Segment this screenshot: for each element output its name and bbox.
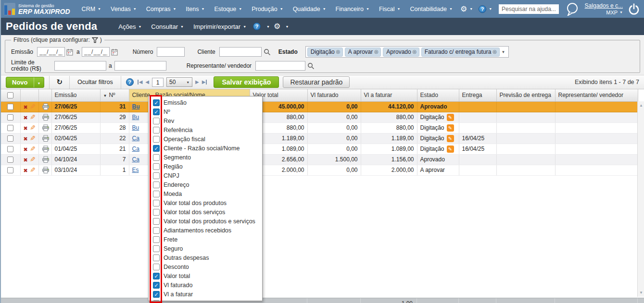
- column-menu-checkbox[interactable]: [153, 255, 160, 261]
- column-menu-item-valor-total-dos-produtos[interactable]: Valor total dos produtos: [149, 198, 262, 207]
- page-menu-acoes[interactable]: Ações: [114, 18, 146, 35]
- print-icon[interactable]: [42, 103, 49, 110]
- delete-icon[interactable]: [24, 146, 28, 152]
- column-menu-item-desconto[interactable]: Desconto: [149, 262, 262, 271]
- app-logo[interactable]: Sistema de gestão ERP MAXIPROD: [4, 3, 70, 15]
- nav-menu-qualidade[interactable]: Qualidade: [288, 0, 331, 18]
- column-menu-checkbox[interactable]: [153, 300, 160, 302]
- column-menu-item-emissao[interactable]: Emissão: [149, 98, 262, 107]
- column-menu-checkbox[interactable]: [153, 182, 160, 188]
- cliente-link[interactable]: Ca: [132, 135, 139, 142]
- refresh-icon[interactable]: [54, 78, 64, 86]
- column-menu-checkbox[interactable]: [153, 236, 160, 243]
- account-name[interactable]: Salgados e c...: [585, 2, 623, 9]
- column-menu-checkbox[interactable]: [153, 291, 160, 298]
- column-header-previsao-de-entrega[interactable]: Previsão de entrega: [496, 89, 555, 101]
- delete-icon[interactable]: [24, 157, 28, 163]
- limite-to-input[interactable]: [114, 61, 166, 71]
- cliente-link[interactable]: Ca: [132, 156, 139, 163]
- account-menu[interactable]: Salgados e c... MXP: [585, 2, 623, 16]
- edit-estado-icon[interactable]: [447, 135, 454, 142]
- print-icon[interactable]: [42, 124, 49, 132]
- delete-icon[interactable]: [24, 168, 28, 173]
- column-menu-item-moeda[interactable]: Moeda: [149, 189, 262, 198]
- column-menu-item-vl-a-faturar[interactable]: Vl a faturar: [149, 290, 262, 299]
- page-settings-icon[interactable]: [274, 23, 280, 30]
- limite-from-input[interactable]: [54, 61, 106, 71]
- next-page-icon[interactable]: ▶: [195, 80, 199, 85]
- row-checkbox[interactable]: [7, 135, 13, 142]
- column-menu-item-frete[interactable]: Frete: [149, 235, 262, 244]
- print-icon[interactable]: [42, 145, 49, 153]
- estado-tag-digitacao[interactable]: Digitação: [307, 48, 343, 57]
- row-checkbox[interactable]: [7, 104, 13, 110]
- numero-input[interactable]: [157, 47, 185, 57]
- column-menu-item-seguro[interactable]: Seguro: [149, 244, 262, 253]
- scroll-up-icon[interactable]: ▲: [638, 103, 644, 108]
- edit-estado-icon[interactable]: [447, 124, 454, 132]
- edit-pencil-icon[interactable]: [30, 156, 36, 163]
- estado-tag-a-aprovar[interactable]: A aprovar: [345, 48, 381, 57]
- search-input[interactable]: [499, 4, 559, 14]
- column-menu-checkbox[interactable]: [153, 245, 160, 252]
- remove-tag-icon[interactable]: [492, 49, 497, 55]
- page-menu-imprimir-exportar[interactable]: Imprimir/exportar: [189, 18, 251, 35]
- calendar-icon[interactable]: [111, 48, 118, 56]
- delete-icon[interactable]: [24, 125, 28, 131]
- edit-estado-icon[interactable]: [447, 114, 454, 121]
- column-menu-item-vl-faturado[interactable]: Vl faturado: [149, 280, 262, 290]
- cliente-link[interactable]: Bu: [132, 124, 139, 131]
- column-menu-checkbox[interactable]: [153, 273, 160, 279]
- cliente-input[interactable]: [219, 47, 262, 57]
- delete-icon[interactable]: [24, 115, 28, 121]
- chevron-down-icon[interactable]: [502, 50, 505, 54]
- previous-page-icon[interactable]: ◀: [145, 80, 149, 85]
- column-menu-checkbox[interactable]: [153, 200, 160, 206]
- column-menu-item-situacao[interactable]: Situação: [149, 299, 262, 301]
- column-menu-item-operacao-fiscal[interactable]: Operação fiscal: [149, 134, 262, 144]
- filters-legend[interactable]: Filtros (clique para configurar: ): [11, 36, 104, 43]
- help-menu[interactable]: ?: [477, 0, 494, 18]
- emissao-from-input[interactable]: [37, 47, 65, 57]
- select-all-header[interactable]: [1, 89, 20, 101]
- nav-menu-fiscal[interactable]: Fiscal: [374, 0, 405, 18]
- column-menu-item-valor-total[interactable]: Valor total: [149, 271, 262, 280]
- cliente-link[interactable]: Es: [132, 167, 139, 173]
- nav-menu-producao[interactable]: Produção: [247, 0, 288, 18]
- delete-icon[interactable]: [24, 136, 28, 142]
- column-menu-item-adiantamentos-recebidos[interactable]: Adiantamentos recebidos: [149, 226, 262, 235]
- page-size-select[interactable]: 50: [166, 77, 192, 87]
- novo-button[interactable]: Novo: [6, 77, 44, 88]
- column-menu-item-endereco[interactable]: Endereço: [149, 180, 262, 189]
- column-menu-checkbox[interactable]: [153, 172, 160, 179]
- column-header-vl-a-faturar[interactable]: Vl a faturar: [361, 89, 417, 101]
- power-icon[interactable]: [628, 3, 640, 15]
- emissao-to-input[interactable]: [82, 47, 110, 57]
- column-menu-checkbox[interactable]: [153, 154, 160, 161]
- nav-menu-compras[interactable]: Compras: [141, 0, 181, 18]
- representante-input[interactable]: [255, 61, 305, 71]
- column-menu-item-segmento[interactable]: Segmento: [149, 153, 262, 162]
- column-menu-checkbox[interactable]: [153, 191, 160, 197]
- cliente-link[interactable]: Bu: [132, 103, 140, 110]
- page-menu-consultar[interactable]: Consultar: [146, 18, 189, 35]
- edit-pencil-icon[interactable]: [30, 113, 36, 121]
- nav-menu-estoque[interactable]: Estoque: [209, 0, 247, 18]
- column-header-estado[interactable]: Estado: [417, 89, 459, 101]
- nav-menu-crm[interactable]: CRM: [77, 0, 106, 18]
- remove-tag-icon[interactable]: [336, 49, 341, 55]
- remove-tag-icon[interactable]: [374, 49, 379, 55]
- edit-pencil-icon[interactable]: [30, 145, 36, 153]
- column-menu-item-cnpj[interactable]: CNPJ: [149, 171, 262, 180]
- column-menu-checkbox[interactable]: [153, 264, 160, 270]
- print-icon[interactable]: [42, 135, 49, 142]
- edit-pencil-icon[interactable]: [30, 166, 36, 174]
- column-header-n[interactable]: Nº: [100, 89, 129, 101]
- help-icon[interactable]: ?: [126, 78, 134, 86]
- remove-tag-icon[interactable]: [412, 49, 417, 55]
- edit-estado-icon[interactable]: [447, 145, 454, 153]
- delete-icon[interactable]: [24, 104, 28, 110]
- calendar-icon[interactable]: [66, 48, 73, 56]
- column-menu-checkbox[interactable]: [153, 218, 160, 225]
- scroll-down-icon[interactable]: ▼: [638, 291, 644, 295]
